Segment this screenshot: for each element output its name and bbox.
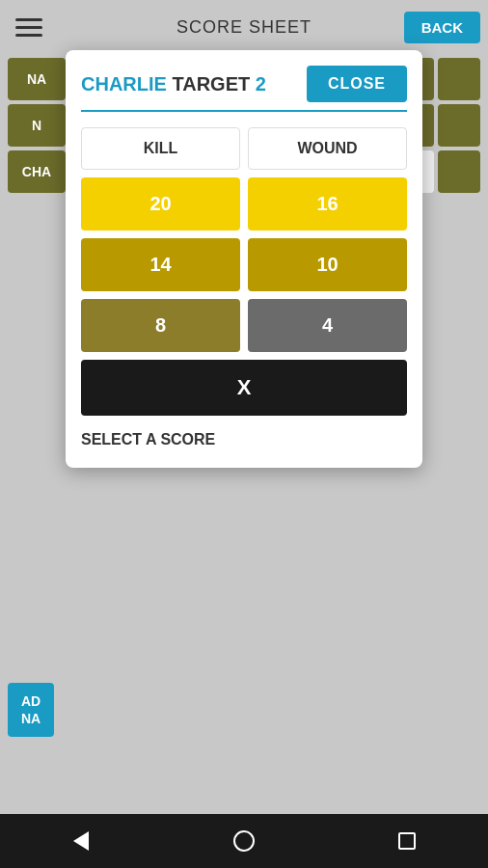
kill-score-20[interactable]: 20	[81, 177, 240, 231]
select-score-label: SELECT A SCORE	[81, 427, 407, 452]
wound-score-10[interactable]: 10	[248, 238, 407, 291]
modal-overlay: CHARLIE TARGET 2 CLOSE KILL WOUND 20 16	[0, 0, 488, 868]
close-button[interactable]: CLOSE	[307, 66, 407, 102]
wound-score-16[interactable]: 16	[248, 177, 407, 231]
player-name: CHARLIE	[81, 73, 167, 95]
modal-title: CHARLIE TARGET 2	[81, 73, 266, 95]
score-modal: CHARLIE TARGET 2 CLOSE KILL WOUND 20 16	[66, 50, 422, 468]
x-button[interactable]: X	[81, 360, 407, 416]
kill-score-14[interactable]: 14	[81, 238, 240, 291]
modal-header: CHARLIE TARGET 2 CLOSE	[66, 50, 422, 110]
target-number: 2	[256, 73, 266, 95]
kill-score-8[interactable]: 8	[81, 299, 240, 352]
target-word: TARGET	[172, 73, 250, 95]
wound-header: WOUND	[248, 127, 407, 170]
score-row-3: 8 4	[81, 299, 407, 352]
score-row-1: 20 16	[81, 177, 407, 231]
score-headers: KILL WOUND	[81, 127, 407, 170]
score-row-2: 14 10	[81, 238, 407, 291]
kill-header: KILL	[81, 127, 240, 170]
modal-body: KILL WOUND 20 16 14 10 8 4 X SELECT A SC…	[66, 112, 422, 468]
wound-score-4[interactable]: 4	[248, 299, 407, 352]
